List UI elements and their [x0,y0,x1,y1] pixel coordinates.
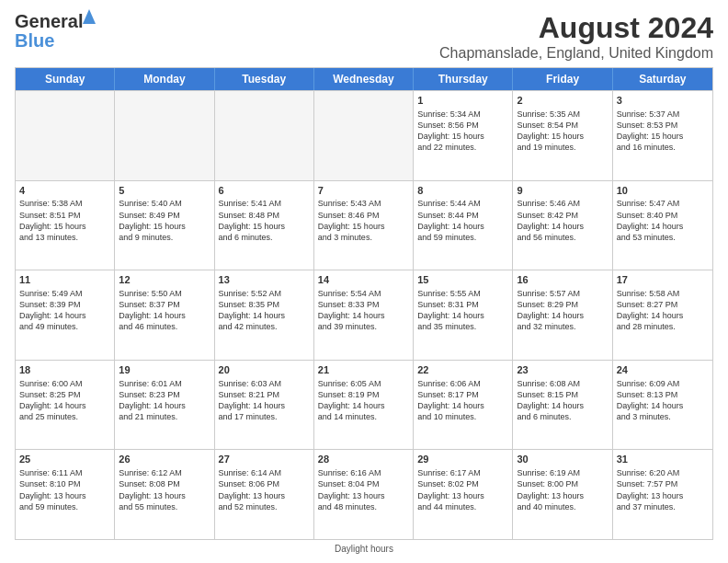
cell-detail-line: Sunset: 8:04 PM [318,478,409,489]
cell-detail-line: Daylight: 15 hours [19,221,110,232]
cell-detail-line: and 32 minutes. [517,321,608,332]
cell-detail-line: Daylight: 15 hours [219,221,310,232]
cell-detail-line: and 17 minutes. [219,411,310,422]
cell-detail-line: and 21 minutes. [119,411,210,422]
cell-detail-line: Sunrise: 6:08 AM [517,378,608,389]
cal-cell-w0-d5: 2Sunrise: 5:35 AMSunset: 8:54 PMDaylight… [513,91,612,180]
cell-detail-line: and 53 minutes. [617,232,709,243]
calendar-body: 1Sunrise: 5:34 AMSunset: 8:56 PMDaylight… [16,90,712,539]
cal-cell-w3-d4: 22Sunrise: 6:06 AMSunset: 8:17 PMDayligh… [414,361,513,450]
cell-detail-line: Daylight: 13 hours [617,490,709,501]
day-number-23: 23 [517,363,608,377]
day-number-6: 6 [219,184,310,198]
cell-detail-line: Sunset: 8:53 PM [617,120,709,131]
day-number-16: 16 [517,273,608,287]
header-sunday: Sunday [16,68,115,90]
cal-cell-w4-d0: 25Sunrise: 6:11 AMSunset: 8:10 PMDayligh… [16,450,115,539]
logo-general: General [15,11,83,31]
cell-detail-line: Sunrise: 6:03 AM [219,378,310,389]
cell-detail-line: and 9 minutes. [119,232,210,243]
cell-detail-line: Sunset: 8:08 PM [119,478,210,489]
cell-detail-line: and 22 minutes. [417,142,508,153]
week-row-2: 11Sunrise: 5:49 AMSunset: 8:39 PMDayligh… [16,270,712,360]
cell-detail-line: Sunset: 8:49 PM [119,210,210,221]
cell-detail-line: Daylight: 14 hours [219,310,310,321]
cell-detail-line: and 6 minutes. [517,411,608,422]
cal-cell-w3-d3: 21Sunrise: 6:05 AMSunset: 8:19 PMDayligh… [314,361,414,450]
cal-cell-w4-d4: 29Sunrise: 6:17 AMSunset: 8:02 PMDayligh… [414,450,513,539]
cell-detail-line: Sunset: 8:51 PM [19,210,110,221]
day-number-26: 26 [119,453,210,466]
cell-detail-line: Daylight: 13 hours [517,490,608,501]
cal-cell-w2-d6: 17Sunrise: 5:58 AMSunset: 8:27 PMDayligh… [613,270,712,360]
cell-detail-line: Sunset: 8:40 PM [617,210,709,221]
cell-detail-line: Daylight: 14 hours [417,400,508,411]
cell-detail-line: Daylight: 14 hours [318,310,409,321]
cell-detail-line: Sunset: 8:27 PM [617,299,709,310]
cal-cell-w0-d1 [115,91,214,180]
cell-detail-line: Sunset: 8:00 PM [517,478,608,489]
day-number-17: 17 [617,273,709,287]
day-number-5: 5 [119,184,210,198]
cell-detail-line: Sunrise: 6:20 AM [617,467,709,478]
cell-detail-line: Sunrise: 6:19 AM [517,467,608,478]
cal-cell-w3-d2: 20Sunrise: 6:03 AMSunset: 8:21 PMDayligh… [215,361,314,450]
cal-cell-w3-d0: 18Sunrise: 6:00 AMSunset: 8:25 PMDayligh… [16,361,115,450]
cell-detail-line: Daylight: 14 hours [517,400,608,411]
day-number-1: 1 [417,94,508,108]
cell-detail-line: Sunset: 8:37 PM [119,299,210,310]
cell-detail-line: Sunset: 8:13 PM [617,389,709,400]
day-number-20: 20 [219,363,310,377]
cell-detail-line: and 59 minutes. [417,232,508,243]
cal-cell-w3-d5: 23Sunrise: 6:08 AMSunset: 8:15 PMDayligh… [513,361,612,450]
cell-detail-line: Sunset: 8:25 PM [19,389,110,400]
cell-detail-line: Sunrise: 6:12 AM [119,467,210,478]
cell-detail-line: Daylight: 14 hours [19,310,110,321]
day-number-30: 30 [517,453,608,466]
cell-detail-line: and 48 minutes. [318,501,409,512]
cal-cell-w2-d0: 11Sunrise: 5:49 AMSunset: 8:39 PMDayligh… [16,270,115,360]
cal-cell-w1-d1: 5Sunrise: 5:40 AMSunset: 8:49 PMDaylight… [115,181,214,270]
cell-detail-line: Sunrise: 5:47 AM [617,198,709,209]
cell-detail-line: Sunrise: 5:54 AM [318,288,409,299]
cal-cell-w3-d1: 19Sunrise: 6:01 AMSunset: 8:23 PMDayligh… [115,361,214,450]
title-section: August 2024 Chapmanslade, England, Unite… [439,11,713,62]
cal-cell-w1-d0: 4Sunrise: 5:38 AMSunset: 8:51 PMDaylight… [16,181,115,270]
week-row-1: 4Sunrise: 5:38 AMSunset: 8:51 PMDaylight… [16,180,712,270]
cell-detail-line: Daylight: 14 hours [417,310,508,321]
cell-detail-line: and 3 minutes. [617,411,709,422]
cell-detail-line: Sunset: 8:06 PM [219,478,310,489]
cell-detail-line: Daylight: 14 hours [417,221,508,232]
day-number-27: 27 [219,453,310,466]
cell-detail-line: Sunset: 8:54 PM [517,120,608,131]
cell-detail-line: and 44 minutes. [417,501,508,512]
cell-detail-line: and 52 minutes. [219,501,310,512]
day-number-22: 22 [417,363,508,377]
cell-detail-line: Daylight: 15 hours [617,131,709,142]
header-saturday: Saturday [613,68,712,90]
cal-cell-w1-d4: 8Sunrise: 5:44 AMSunset: 8:44 PMDaylight… [414,181,513,270]
header-friday: Friday [513,68,612,90]
day-number-25: 25 [19,453,110,466]
cal-cell-w1-d5: 9Sunrise: 5:46 AMSunset: 8:42 PMDaylight… [513,181,612,270]
cell-detail-line: Sunset: 7:57 PM [617,478,709,489]
cell-detail-line: Sunset: 8:21 PM [219,389,310,400]
cell-detail-line: Sunrise: 6:05 AM [318,378,409,389]
cell-detail-line: Sunset: 8:31 PM [417,299,508,310]
cell-detail-line: Sunset: 8:35 PM [219,299,310,310]
cell-detail-line: Sunset: 8:33 PM [318,299,409,310]
cell-detail-line: Sunrise: 6:06 AM [417,378,508,389]
cell-detail-line: Daylight: 14 hours [617,221,709,232]
cell-detail-line: Daylight: 14 hours [617,400,709,411]
cal-cell-w0-d0 [16,91,115,180]
cell-detail-line: Daylight: 14 hours [617,310,709,321]
day-number-24: 24 [617,363,709,377]
cal-cell-w0-d6: 3Sunrise: 5:37 AMSunset: 8:53 PMDaylight… [613,91,712,180]
cell-detail-line: and 25 minutes. [19,411,110,422]
cal-cell-w3-d6: 24Sunrise: 6:09 AMSunset: 8:13 PMDayligh… [613,361,712,450]
cell-detail-line: Sunrise: 6:11 AM [19,467,110,478]
cell-detail-line: Sunset: 8:46 PM [318,210,409,221]
cell-detail-line: Sunrise: 6:09 AM [617,378,709,389]
cell-detail-line: Sunrise: 5:57 AM [517,288,608,299]
cell-detail-line: Sunset: 8:02 PM [417,478,508,489]
